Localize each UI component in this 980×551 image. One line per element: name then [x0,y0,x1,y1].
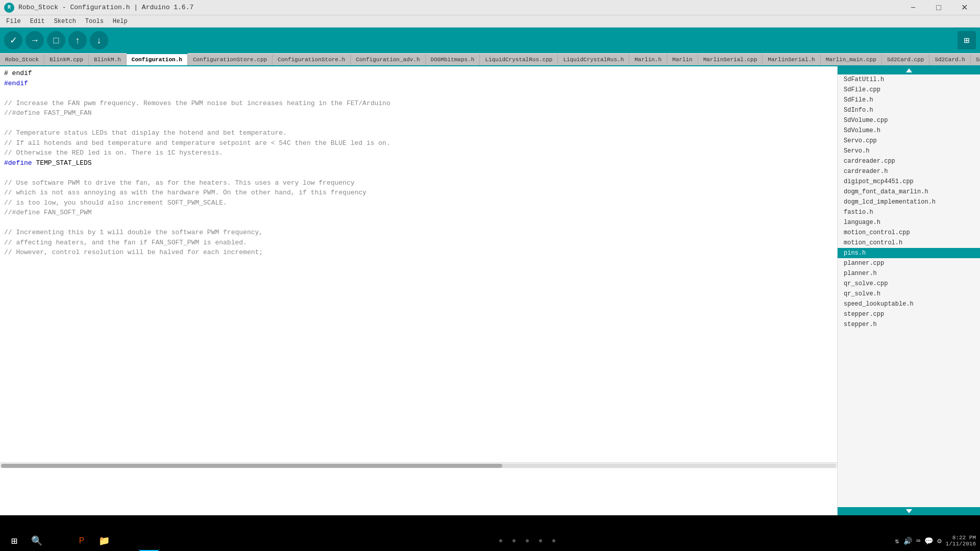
tab-dogm-bitmaps[interactable]: DOGMbitmaps.h [426,54,480,65]
code-content: # endif#endif // Increase the FAN pwm fr… [0,66,837,260]
tab-liquidcrystal-cpp[interactable]: LiquidCrystalRus.cpp [480,54,558,65]
clock-date: 1/11/2016 [946,541,976,547]
tab-marlin-h[interactable]: Marlin.h [629,54,667,65]
taskbar-file-explorer[interactable]: 📁 [94,531,114,551]
maximize-button[interactable]: □ [927,0,950,15]
taskbar-powerpoint[interactable]: P [71,531,92,551]
network-icon[interactable]: ⇅ [895,537,899,545]
code-line: // Temperature status LEDs that display … [4,128,833,138]
scrollbar-thumb[interactable] [1,464,502,468]
file-item[interactable]: cardreader.h [838,166,980,177]
code-line: // Incrementing this by 1 will double th… [4,228,833,238]
code-editor[interactable]: # endif#endif // Increase the FAN pwm fr… [0,66,837,515]
code-line: // Increase the FAN pwm frequency. Remov… [4,98,833,109]
menu-file[interactable]: File [2,17,25,26]
file-item[interactable]: speed_lookuptable.h [838,299,980,309]
tab-sd2card-cpp[interactable]: Sd2Card.cpp [882,54,930,65]
taskbar-task-view[interactable]: ⧉ [49,531,69,551]
tab-marlin[interactable]: Marlin [667,54,698,65]
tab-marlin-main[interactable]: Marlin_main.cpp [821,54,882,65]
tab-sd2pinma[interactable]: Sd2PinMa... [971,54,980,65]
title-bar: R Robo_Stock - Configuration.h | Arduino… [0,0,980,15]
volume-icon[interactable]: 🔊 [903,537,912,545]
tab-blinkm-h[interactable]: BlinkM.h [89,54,127,65]
code-line: // is too low, you should also increment… [4,198,833,208]
menu-edit[interactable]: Edit [26,17,49,26]
minimize-button[interactable]: − [901,0,925,15]
toolbar: ✓ → □ ↑ ↓ ⊞ [0,28,980,53]
code-line [4,118,833,129]
taskbar-dot-2[interactable] [512,539,516,542]
file-item[interactable]: SdFatUtil.h [838,74,980,85]
scrollbar-track [1,464,836,468]
tab-configstore-h[interactable]: ConfigurationStore.h [273,54,351,65]
taskbar-dot-5[interactable] [552,539,555,542]
file-item[interactable]: stepper.cpp [838,309,980,319]
tab-blinkm-cpp[interactable]: BlinkM.cpp [44,54,89,65]
notification-icon[interactable]: 💬 [924,537,933,545]
file-item[interactable]: motion_control.h [838,238,980,248]
window-title: Robo_Stock - Configuration.h | Arduino 1… [18,4,193,11]
tab-marlinserial-cpp[interactable]: MarlinSerial.cpp [698,54,763,65]
code-line: #endif [4,79,833,89]
start-button[interactable]: ⊞ [4,531,24,551]
file-item[interactable]: SdFile.h [838,95,980,105]
tab-liquidcrystal-h[interactable]: LiquidCrystalRus.h [558,54,629,65]
tab-configstore-cpp[interactable]: ConfigurationStore.cpp [188,54,273,65]
taskbar-chrome[interactable]: ⬤ [116,531,137,551]
open-button[interactable]: ↑ [68,31,87,49]
file-item[interactable]: qr_solve.h [838,289,980,299]
file-item[interactable]: SdVolume.cpp [838,115,980,126]
taskbar-dot-4[interactable] [539,539,542,542]
file-item[interactable]: dogm_lcd_implementation.h [838,197,980,207]
file-item[interactable]: Servo.cpp [838,136,980,146]
taskbar-search-area [159,539,895,542]
code-line: //#define FAN_SOFT_PWM [4,208,833,218]
taskbar-apps: 🔍 ⧉ P 📁 ⬤ ∞ [27,531,159,551]
file-item[interactable]: SdVolume.h [838,126,980,136]
taskbar-file-explorer-search[interactable]: 🔍 [27,531,47,551]
file-item-pins-h[interactable]: pins.h [838,248,980,258]
taskbar-arduino[interactable]: ∞ [139,531,159,551]
file-item[interactable]: digipot_mcp4451.cpp [838,177,980,187]
settings-icon[interactable]: ⚙ [937,537,941,545]
horizontal-scrollbar[interactable] [0,462,837,468]
file-item[interactable]: cardreader.cpp [838,156,980,166]
menu-tools[interactable]: Tools [81,17,108,26]
taskbar-clock[interactable]: 8:22 PM 1/11/2016 [946,535,976,547]
file-item[interactable]: language.h [838,217,980,228]
scroll-down-icon[interactable] [906,509,912,513]
file-item[interactable]: fastio.h [838,207,980,217]
code-line [4,218,833,228]
save-button[interactable]: ↓ [90,31,108,49]
file-item[interactable]: qr_solve.cpp [838,279,980,289]
taskbar-dot-1[interactable] [499,539,502,542]
tab-robostock[interactable]: Robo_Stock [0,54,44,65]
file-item[interactable]: Servo.h [838,146,980,156]
menu-help[interactable]: Help [109,17,132,26]
file-list: SdFatUtil.h SdFile.cpp SdFile.h SdInfo.h… [838,74,980,507]
tabs-bar: Robo_Stock BlinkM.cpp BlinkM.h Configura… [0,53,980,66]
verify-button[interactable]: ✓ [4,31,22,49]
file-item[interactable]: planner.h [838,268,980,279]
file-item[interactable]: planner.cpp [838,258,980,268]
serial-monitor-button[interactable]: ⊞ [958,31,976,49]
new-button[interactable]: □ [47,31,65,49]
file-item[interactable]: SdInfo.h [838,105,980,115]
file-item[interactable]: motion_control.cpp [838,228,980,238]
menu-sketch[interactable]: Sketch [50,17,80,26]
tab-sd2card-h[interactable]: Sd2Card.h [929,54,970,65]
keyboard-icon[interactable]: ⌨ [916,537,920,545]
file-item[interactable]: dogm_font_data_marlin.h [838,187,980,197]
tab-configuration-h[interactable]: Configuration.h [127,53,188,65]
taskbar-dot-3[interactable] [526,539,529,542]
code-line: #define TEMP_STAT_LEDS [4,158,833,168]
file-item[interactable]: stepper.h [838,319,980,330]
code-line: // affecting heaters, and the fan if FAN… [4,238,833,248]
tab-marlinserial-h[interactable]: MarlinSerial.h [763,54,820,65]
file-item[interactable]: SdFile.cpp [838,85,980,95]
close-button[interactable]: ✕ [952,0,976,15]
tab-config-adv[interactable]: Configuration_adv.h [351,54,425,65]
upload-button[interactable]: → [26,31,44,49]
scroll-up-icon[interactable] [906,68,912,72]
